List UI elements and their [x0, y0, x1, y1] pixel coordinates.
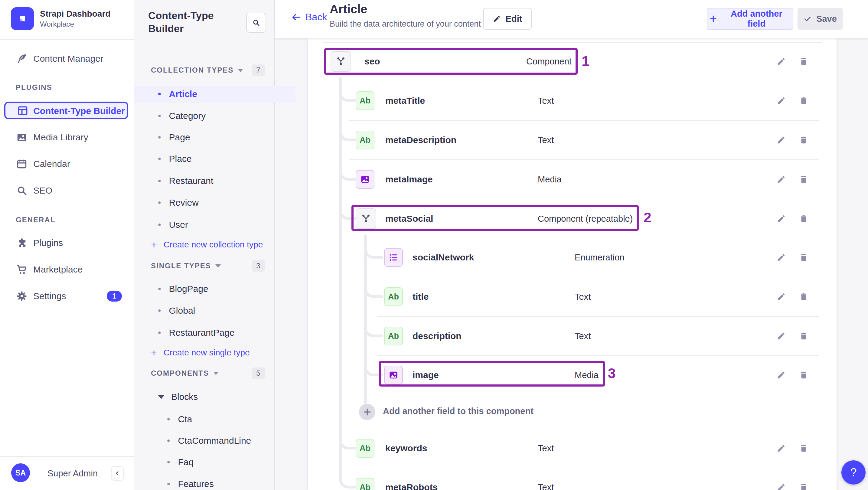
sidebar-item-content-type-builder[interactable]: Content-Type Builder: [4, 102, 128, 119]
search-icon: [252, 19, 260, 27]
search-button[interactable]: [246, 13, 266, 33]
edit-field-button[interactable]: [774, 441, 788, 455]
fields-list-card: seo Component Ab metaTitle Text Ab metaD…: [308, 38, 837, 490]
media-field-icon: [384, 366, 403, 385]
subnav-item-label: Cta: [178, 414, 192, 424]
edit-field-button[interactable]: [774, 94, 788, 108]
collection-types-header[interactable]: COLLECTION TYPES: [151, 65, 243, 75]
subnav-group-blocks[interactable]: Blocks: [134, 388, 296, 405]
avatar[interactable]: SA: [11, 463, 30, 482]
plus-icon: +: [151, 239, 157, 251]
picture-icon: [16, 131, 28, 143]
delete-field-button[interactable]: [797, 441, 810, 455]
edit-field-button[interactable]: [774, 173, 788, 186]
subnav-item-restaurantpage[interactable]: • RestaurantPage: [134, 324, 296, 341]
sidebar-item-media-library[interactable]: Media Library: [0, 128, 134, 147]
sidebar-item-label: Content Manager: [33, 54, 103, 64]
divider: [349, 120, 819, 121]
edit-field-button[interactable]: [774, 290, 788, 304]
subnav-item-category[interactable]: • Category: [134, 108, 296, 124]
edit-field-button[interactable]: [774, 250, 788, 264]
divider: [0, 39, 134, 40]
delete-field-button[interactable]: [797, 55, 810, 68]
field-name: metaDescription: [385, 135, 456, 145]
trash-icon: [799, 253, 808, 262]
subnav-item-cta[interactable]: • Cta: [134, 411, 305, 428]
subnav-item-review[interactable]: • Review: [134, 194, 296, 211]
pencil-icon: [777, 214, 786, 223]
subnav-item-restaurant[interactable]: • Restaurant: [134, 173, 296, 189]
delete-field-button[interactable]: [797, 133, 810, 147]
single-types-count: 3: [252, 260, 265, 272]
subnav-item-page[interactable]: • Page: [134, 129, 296, 146]
delete-field-button[interactable]: [797, 173, 810, 186]
add-another-field-button[interactable]: Add another field: [707, 8, 793, 30]
annotation-number-3: 3: [608, 365, 616, 381]
subnav-item-place[interactable]: • Place: [134, 150, 296, 167]
plugins-section-header: PLUGINS: [16, 83, 52, 92]
back-link[interactable]: Back: [291, 11, 327, 23]
delete-field-button[interactable]: [797, 250, 810, 264]
settings-notification-badge: 1: [107, 291, 122, 302]
delete-field-button[interactable]: [797, 368, 810, 382]
create-single-type-link[interactable]: + Create new single type: [151, 346, 250, 359]
sidebar-item-seo[interactable]: SEO: [0, 181, 134, 200]
arrow-left-icon: [291, 12, 301, 22]
subnav-item-features[interactable]: • Features: [134, 476, 305, 490]
subnav-item-label: Restaurant: [169, 176, 214, 186]
subnav-item-article[interactable]: • Article: [134, 86, 296, 102]
subnav-item-user[interactable]: • User: [134, 216, 296, 233]
collapse-sidebar-button[interactable]: [111, 466, 124, 481]
bullet-icon: •: [167, 457, 170, 467]
edit-field-button[interactable]: [774, 55, 788, 68]
delete-field-button[interactable]: [797, 290, 810, 304]
add-field-to-component-button[interactable]: [359, 404, 375, 420]
trash-icon: [799, 57, 808, 66]
add-field-label: Add another field: [722, 9, 791, 29]
text-field-icon: Ab: [356, 131, 374, 149]
trash-icon: [799, 483, 808, 490]
edit-field-button[interactable]: [774, 480, 788, 490]
delete-field-button[interactable]: [797, 94, 810, 108]
edit-button[interactable]: Edit: [483, 8, 532, 30]
delete-field-button[interactable]: [797, 480, 810, 490]
sidebar-item-label: Calendar: [33, 159, 70, 169]
components-header[interactable]: COMPONENTS: [151, 368, 219, 378]
strapi-logo-icon: [16, 12, 29, 25]
sidebar-item-plugins[interactable]: Plugins: [0, 233, 134, 252]
edit-field-button[interactable]: [774, 133, 788, 147]
subnav-item-global[interactable]: • Global: [134, 302, 296, 319]
pencil-icon: [777, 444, 786, 453]
subnav-item-label: CtaCommandLine: [178, 435, 251, 446]
help-button[interactable]: ?: [841, 460, 866, 485]
subnav-item-ctacommandline[interactable]: • CtaCommandLine: [134, 432, 305, 449]
field-type: Text: [538, 483, 554, 490]
enumeration-field-icon: [384, 248, 403, 267]
edit-field-button[interactable]: [774, 329, 788, 343]
text-field-icon: Ab: [356, 91, 374, 110]
strapi-logo[interactable]: [11, 7, 34, 30]
field-type: Text: [575, 292, 591, 302]
create-collection-type-link[interactable]: + Create new collection type: [151, 238, 263, 251]
delete-field-button[interactable]: [797, 212, 810, 226]
field-name: description: [412, 331, 462, 341]
delete-field-button[interactable]: [797, 329, 810, 343]
edit-field-button[interactable]: [774, 212, 788, 226]
chevron-left-icon: [114, 470, 121, 477]
text-field-icon: Ab: [384, 287, 403, 306]
gear-icon: [16, 290, 28, 302]
divider: [349, 468, 819, 468]
single-types-header[interactable]: SINGLE TYPES: [151, 261, 221, 271]
sidebar-item-calendar[interactable]: Calendar: [0, 154, 134, 174]
page-header: Back Article Build the data architecture…: [274, 0, 868, 38]
edit-field-button[interactable]: [774, 368, 788, 382]
save-button[interactable]: Save: [798, 8, 843, 30]
field-type: Media: [575, 370, 598, 380]
save-label: Save: [816, 14, 837, 24]
add-field-to-component-label[interactable]: Add another field to this component: [383, 406, 533, 416]
divider: [377, 316, 819, 317]
sidebar-item-content-manager[interactable]: Content Manager: [0, 49, 134, 68]
subnav-item-faq[interactable]: • Faq: [134, 454, 305, 471]
subnav-item-blogpage[interactable]: • BlogPage: [134, 280, 296, 297]
sidebar-item-marketplace[interactable]: Marketplace: [0, 260, 134, 279]
